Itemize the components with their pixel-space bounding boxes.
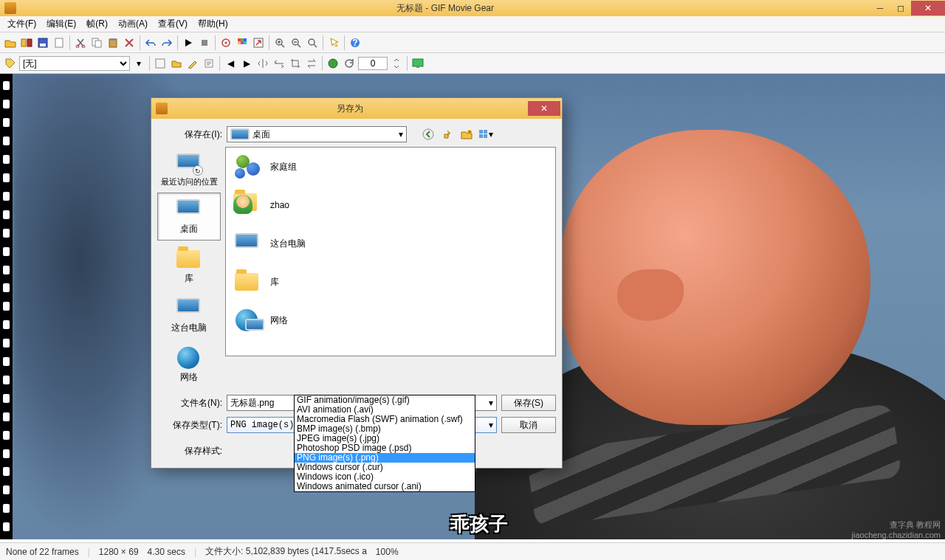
- menu-view[interactable]: 查看(V): [154, 16, 192, 32]
- mirror-icon[interactable]: [272, 56, 286, 71]
- props-icon[interactable]: [202, 56, 216, 71]
- place-desktop[interactable]: 桌面: [157, 193, 221, 241]
- titlebar: 无标题 - GIF Movie Gear ─ ◻ ✕: [0, 0, 945, 16]
- status-frames: None of 22 frames: [6, 547, 79, 557]
- window-title: 无标题 - GIF Movie Gear: [21, 2, 870, 15]
- chevron-down-icon[interactable]: ▾: [131, 56, 146, 71]
- palette-icon[interactable]: [235, 35, 250, 50]
- cut-icon[interactable]: [73, 35, 88, 50]
- zoomout-icon[interactable]: [289, 35, 303, 50]
- place-libs[interactable]: 库: [157, 242, 221, 290]
- new-icon[interactable]: [52, 35, 66, 50]
- filetype-option[interactable]: Windows animated cursor (.ani): [295, 482, 475, 491]
- cancel-button[interactable]: 取消: [501, 417, 556, 433]
- redo-icon[interactable]: [159, 35, 174, 50]
- zoomin-icon[interactable]: [272, 35, 287, 50]
- svg-rect-8: [95, 41, 101, 47]
- item-thispc[interactable]: 这台电脑: [226, 224, 555, 263]
- toolbar-secondary: [无] ▾ ◀ ▶: [0, 53, 945, 74]
- save-icon[interactable]: [35, 35, 50, 50]
- menu-file[interactable]: 文件(F): [3, 16, 41, 32]
- resize-icon[interactable]: [251, 35, 266, 50]
- rotate-icon[interactable]: [342, 56, 357, 71]
- edit-icon[interactable]: [185, 56, 200, 71]
- close-button[interactable]: ✕: [911, 1, 945, 15]
- place-recent[interactable]: ↻ 最近访问的位置: [157, 147, 221, 191]
- svg-rect-31: [416, 66, 419, 68]
- svg-rect-10: [111, 38, 115, 41]
- item-network[interactable]: 网络: [226, 301, 555, 339]
- dialog-title: 另存为: [172, 103, 528, 115]
- film-strip-left: [0, 74, 13, 539]
- subtitle-text: 乖孩子: [450, 511, 508, 537]
- pointer-icon[interactable]: [326, 35, 341, 50]
- maximize-button[interactable]: ◻: [890, 1, 911, 15]
- minimize-button[interactable]: ─: [870, 1, 890, 15]
- menu-anim[interactable]: 动画(A): [114, 16, 152, 32]
- svg-rect-15: [241, 38, 244, 41]
- svg-rect-16: [244, 38, 247, 41]
- layer-select[interactable]: [无]: [19, 56, 130, 71]
- svg-rect-18: [241, 41, 244, 44]
- dialog-icon: [156, 103, 168, 114]
- svg-rect-19: [244, 41, 247, 44]
- item-libs[interactable]: 库: [226, 263, 555, 301]
- save-button[interactable]: 保存(S): [501, 395, 556, 411]
- delete-icon[interactable]: [122, 35, 137, 50]
- viewmode-icon[interactable]: ▾: [478, 126, 494, 142]
- svg-rect-30: [413, 59, 423, 66]
- rotate-input[interactable]: [358, 57, 388, 70]
- prev-icon[interactable]: ◀: [223, 56, 238, 71]
- place-network[interactable]: 网络: [157, 341, 221, 389]
- dialog-close-button[interactable]: ✕: [528, 101, 560, 116]
- reverse-icon[interactable]: [304, 56, 319, 71]
- app-icon: [4, 2, 16, 14]
- svg-rect-1: [27, 39, 32, 46]
- svg-rect-4: [55, 38, 63, 47]
- menu-help[interactable]: 帮助(H): [193, 16, 233, 32]
- menu-frame[interactable]: 帧(R): [82, 16, 112, 32]
- insert-icon[interactable]: [19, 35, 34, 50]
- svg-rect-26: [156, 59, 165, 68]
- newfolder-icon[interactable]: [458, 126, 475, 142]
- savetype-label: 保存类型(T):: [157, 419, 222, 432]
- screen-icon[interactable]: [410, 56, 425, 71]
- save-in-combo[interactable]: 桌面 ▾: [227, 126, 407, 142]
- filetype-dropdown[interactable]: GIF animation/image(s) (.gif)AVI animati…: [294, 395, 475, 492]
- help-icon[interactable]: ?: [348, 35, 362, 50]
- crop-icon[interactable]: [288, 56, 303, 71]
- svg-rect-37: [484, 134, 487, 138]
- up-icon[interactable]: [439, 126, 456, 142]
- zoomfit-icon[interactable]: [305, 35, 320, 50]
- svg-rect-34: [479, 130, 483, 134]
- next-icon[interactable]: ▶: [239, 56, 254, 71]
- flip-icon[interactable]: [255, 56, 270, 71]
- spinner-icon[interactable]: [389, 56, 404, 71]
- optimize-icon[interactable]: [219, 35, 233, 50]
- folder-icon[interactable]: [169, 56, 184, 71]
- item-homegroup[interactable]: 家庭组: [226, 148, 555, 186]
- status-filesize: 文件大小: 5,102,839 bytes (1417.5secs a: [205, 545, 367, 558]
- file-list[interactable]: 家庭组 zhao 这台电脑 库 网络: [225, 147, 556, 356]
- menu-edit[interactable]: 编辑(E): [42, 16, 80, 32]
- open-icon[interactable]: [3, 35, 18, 50]
- places-bar: ↻ 最近访问的位置 桌面 库 这台电脑 网络: [157, 147, 221, 389]
- statusbar: None of 22 frames | 1280 × 69 4.30 secs …: [0, 542, 945, 560]
- svg-rect-35: [484, 130, 487, 134]
- play-icon[interactable]: [181, 35, 196, 50]
- globe-icon[interactable]: [326, 56, 340, 71]
- filename-label: 文件名(N):: [157, 397, 222, 409]
- undo-icon[interactable]: [143, 35, 158, 50]
- stop-icon[interactable]: [197, 35, 212, 50]
- tag-icon[interactable]: [3, 56, 18, 71]
- svg-rect-14: [238, 38, 241, 41]
- back-icon[interactable]: [420, 126, 436, 142]
- frame-icon[interactable]: [153, 56, 168, 71]
- svg-point-32: [423, 129, 433, 139]
- place-thispc[interactable]: 这台电脑: [157, 291, 221, 339]
- toolbar-main: ?: [0, 32, 945, 53]
- paste-icon[interactable]: [106, 35, 120, 50]
- copy-icon[interactable]: [89, 35, 104, 50]
- svg-rect-0: [21, 39, 26, 46]
- item-user[interactable]: zhao: [226, 186, 555, 224]
